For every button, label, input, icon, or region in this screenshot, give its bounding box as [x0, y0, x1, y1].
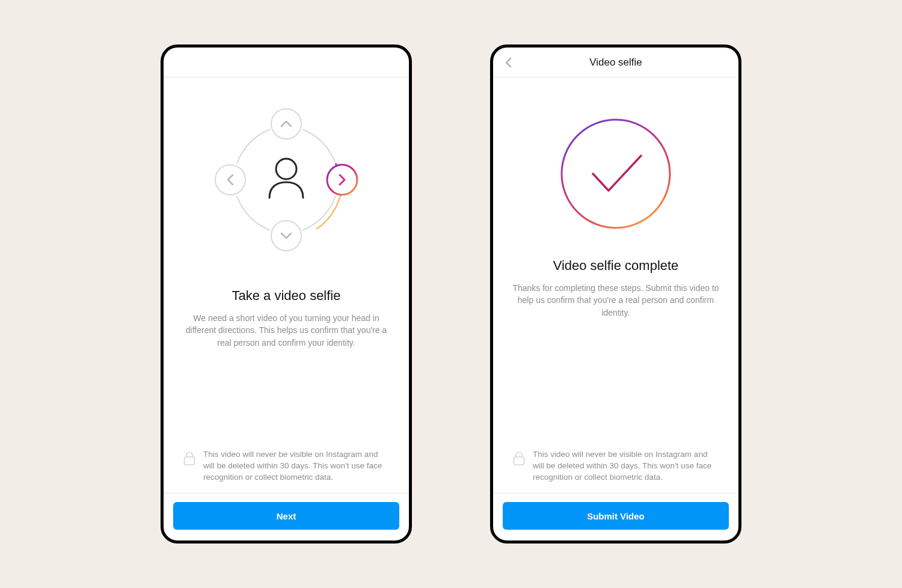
next-button[interactable]: Next — [173, 502, 399, 530]
privacy-note-text: This video will never be visible on Inst… — [533, 449, 719, 483]
lock-icon — [512, 450, 526, 466]
lock-icon — [183, 450, 196, 466]
phone-left: Take a video selfie We need a short vide… — [161, 44, 412, 544]
selfie-direction-illustration — [180, 108, 392, 258]
svg-point-1 — [271, 221, 301, 251]
privacy-note: This video will never be visible on Inst… — [180, 449, 392, 483]
back-button[interactable] — [502, 55, 516, 70]
svg-point-2 — [215, 165, 245, 195]
svg-point-3 — [327, 165, 357, 195]
privacy-note: This video will never be visible on Inst… — [510, 449, 722, 483]
privacy-note-text: This video will never be visible on Inst… — [203, 449, 390, 483]
screen-description: We need a short video of you turning you… — [180, 312, 392, 349]
checkmark-illustration — [510, 114, 722, 234]
header: Video selfie — [493, 47, 738, 78]
button-area: Submit Video — [493, 493, 738, 541]
screen-description: Thanks for completing these steps. Submi… — [510, 282, 722, 319]
svg-point-6 — [562, 120, 670, 228]
submit-video-button[interactable]: Submit Video — [503, 502, 729, 530]
screen-title: Take a video selfie — [180, 288, 392, 304]
header — [164, 47, 409, 78]
header-title: Video selfie — [589, 57, 642, 69]
content-area: Video selfie complete Thanks for complet… — [493, 78, 738, 493]
content-area: Take a video selfie We need a short vide… — [164, 78, 409, 493]
screen-title: Video selfie complete — [510, 258, 722, 274]
phone-right: Video selfie Video selfie complete Thank… — [490, 44, 741, 544]
svg-rect-7 — [514, 457, 524, 465]
svg-point-4 — [276, 159, 296, 179]
button-area: Next — [164, 493, 409, 541]
svg-point-0 — [271, 109, 301, 139]
svg-rect-5 — [185, 457, 195, 465]
chevron-left-icon — [503, 57, 515, 69]
